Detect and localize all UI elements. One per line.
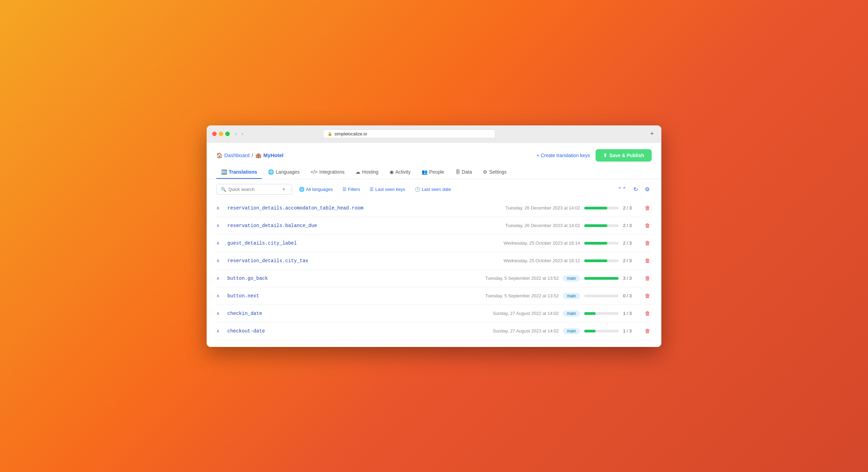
- forward-button[interactable]: ›: [240, 130, 245, 137]
- tab-translations-label: Translations: [229, 169, 257, 175]
- browser-nav: ‹ ›: [234, 130, 245, 137]
- lock-icon: 🔒: [328, 132, 332, 136]
- globe-icon: 🌐: [299, 187, 304, 192]
- progress-fill: [584, 207, 607, 209]
- translation-key[interactable]: button.next: [227, 293, 465, 299]
- row-expand-icon[interactable]: ∧: [216, 205, 223, 211]
- new-tab-button[interactable]: +: [648, 130, 656, 138]
- close-button[interactable]: [212, 132, 217, 136]
- progress-fill: [584, 330, 596, 332]
- delete-row-button[interactable]: 🗑: [643, 239, 652, 247]
- collapse-all-button[interactable]: ⌃⌃: [616, 185, 629, 194]
- delete-row-button[interactable]: 🗑: [643, 257, 652, 265]
- row-expand-icon[interactable]: ∧: [216, 223, 223, 228]
- progress-bar: [584, 295, 619, 297]
- delete-row-button[interactable]: 🗑: [643, 310, 652, 317]
- dashboard-label: Dashboard: [224, 152, 249, 158]
- address-bar[interactable]: 🔒 simplelocalize.io: [323, 130, 495, 138]
- breadcrumb-separator: /: [251, 152, 253, 158]
- save-publish-button[interactable]: ⬆ Save & Publish: [596, 149, 652, 162]
- last-seen-keys-label: Last seen keys: [375, 187, 405, 192]
- create-translation-keys-button[interactable]: + Create translation keys: [537, 153, 590, 158]
- row-expand-icon[interactable]: ∧: [216, 258, 223, 263]
- tab-data-label: Data: [462, 169, 472, 175]
- breadcrumb-dashboard[interactable]: 🏠 Dashboard: [216, 152, 249, 158]
- row-date: Tuesday, 26 December 2023 at 14:02: [490, 223, 580, 228]
- progress-fill: [584, 312, 596, 315]
- hosting-icon: ☁: [355, 169, 360, 175]
- row-expand-icon[interactable]: ∧: [216, 311, 223, 316]
- last-seen-date-label: Last seen date: [422, 187, 451, 192]
- breadcrumb-project[interactable]: 🏨 MyHotel: [255, 152, 283, 158]
- translation-key[interactable]: reservation_details.city_tax: [227, 258, 486, 264]
- search-box[interactable]: 🔍 ▼: [216, 184, 292, 195]
- delete-row-button[interactable]: 🗑: [643, 204, 652, 212]
- translation-key[interactable]: reservation_details.balance_due: [227, 223, 486, 228]
- progress-bar: [584, 242, 619, 245]
- tab-hosting-label: Hosting: [362, 169, 378, 175]
- delete-row-button[interactable]: 🗑: [643, 292, 652, 300]
- row-date: Tuesday, 26 December 2023 at 14:02: [490, 205, 580, 211]
- browser-titlebar: ‹ › 🔒 simplelocalize.io +: [212, 130, 656, 138]
- table-row: ∧ reservation_details.city_tax Wednesday…: [216, 252, 652, 270]
- translation-key[interactable]: checkin_date: [227, 311, 465, 316]
- app-header: 🏠 Dashboard / 🏨 MyHotel + Create transla…: [207, 143, 661, 162]
- last-seen-keys-button[interactable]: ☰ Last seen keys: [367, 185, 408, 194]
- refresh-button[interactable]: ↻: [631, 185, 640, 194]
- table-row: ∧ checkin_date Sunday, 27 August 2022 at…: [216, 305, 652, 322]
- delete-row-button[interactable]: 🗑: [643, 275, 652, 282]
- row-expand-icon[interactable]: ∧: [216, 328, 223, 334]
- minimize-button[interactable]: [219, 132, 223, 136]
- row-date: Wednesday, 25 October 2023 at 18:14: [490, 240, 580, 246]
- filter-icon: ☰: [342, 187, 347, 192]
- row-expand-icon[interactable]: ∧: [216, 276, 223, 281]
- maximize-button[interactable]: [225, 132, 230, 136]
- row-progress: 1 / 3: [584, 311, 639, 316]
- home-icon: 🏠: [216, 152, 223, 158]
- row-progress: 2 / 3: [584, 258, 639, 263]
- tab-settings-label: Settings: [489, 169, 507, 175]
- row-progress: 3 / 3: [584, 276, 639, 281]
- tab-languages[interactable]: 🌐 Languages: [263, 166, 304, 179]
- settings-gear-button[interactable]: ⚙: [643, 185, 652, 194]
- tab-integrations[interactable]: </> Integrations: [306, 166, 349, 179]
- row-tag: main: [563, 328, 580, 334]
- progress-bar: [584, 224, 619, 227]
- tab-people[interactable]: 👥 People: [417, 166, 449, 179]
- data-icon: 🗄: [455, 169, 460, 175]
- translation-key[interactable]: guest_details.city_label: [227, 240, 486, 246]
- back-button[interactable]: ‹: [234, 130, 238, 137]
- tab-data[interactable]: 🗄 Data: [451, 166, 477, 179]
- traffic-lights: [212, 132, 230, 136]
- row-progress: 1 / 3: [584, 328, 639, 334]
- table-row: ∧ button.go_back Tuesday, 5 September 20…: [216, 270, 652, 287]
- upload-icon: ⬆: [603, 153, 607, 158]
- row-progress: 0 / 3: [584, 293, 639, 298]
- nav-tabs: 🔤 Translations 🌐 Languages </> Integrati…: [207, 166, 661, 179]
- search-input[interactable]: [228, 187, 280, 192]
- tab-activity-label: Activity: [395, 169, 411, 175]
- all-languages-button[interactable]: 🌐 All languages: [296, 185, 335, 194]
- last-seen-date-button[interactable]: 🕐 Last seen date: [412, 185, 454, 194]
- translation-key[interactable]: button.go_back: [227, 276, 465, 281]
- row-date: Tuesday, 5 September 2022 at 13:52: [469, 293, 559, 298]
- tab-hosting[interactable]: ☁ Hosting: [351, 166, 383, 179]
- translation-key[interactable]: reservation_details.accomodaton_table_he…: [227, 205, 486, 211]
- tab-settings[interactable]: ⚙ Settings: [478, 166, 512, 179]
- tab-translations[interactable]: 🔤 Translations: [216, 166, 262, 179]
- row-date: Tuesday, 5 September 2022 at 13:52: [469, 276, 559, 281]
- browser-window: ‹ › 🔒 simplelocalize.io + 🏠 Dashboard /: [207, 125, 661, 347]
- row-tag: main: [563, 293, 580, 299]
- activity-icon: ◉: [390, 169, 394, 175]
- tab-activity[interactable]: ◉ Activity: [385, 166, 415, 179]
- filters-button[interactable]: ☰ Filters: [340, 185, 363, 194]
- translation-key[interactable]: checkout-date: [227, 328, 465, 334]
- delete-row-button[interactable]: 🗑: [643, 222, 652, 229]
- table-row: ∧ checkout-date Sunday, 27 August 2023 a…: [216, 322, 652, 340]
- row-date: Sunday, 27 August 2023 at 14:02: [469, 328, 559, 334]
- app-content: 🏠 Dashboard / 🏨 MyHotel + Create transla…: [207, 143, 661, 347]
- row-expand-icon[interactable]: ∧: [216, 293, 223, 298]
- languages-icon: 🌐: [268, 169, 274, 175]
- row-expand-icon[interactable]: ∧: [216, 240, 223, 246]
- delete-row-button[interactable]: 🗑: [643, 327, 652, 335]
